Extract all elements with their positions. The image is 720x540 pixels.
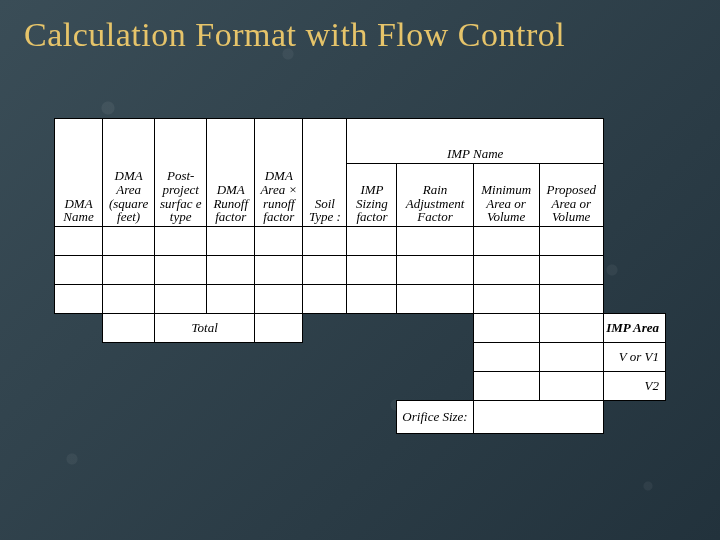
hdr-prop-area: Proposed Area or Volume xyxy=(539,164,603,227)
orifice-row: Orifice Size: xyxy=(55,401,666,434)
calculation-table-wrap: DMA Name DMA Area (square feet) Post-pro… xyxy=(54,118,666,434)
hdr-imp-sizing: IMP Sizing factor xyxy=(347,164,397,227)
slide: Calculation Format with Flow Control DMA… xyxy=(0,0,720,540)
table-row xyxy=(55,285,666,314)
calculation-table: DMA Name DMA Area (square feet) Post-pro… xyxy=(54,118,666,434)
hdr-dma-runoff: DMA Runoff factor xyxy=(207,119,255,227)
hdr-min-area: Minimum Area or Volume xyxy=(473,164,539,227)
total-row: Total IMP Area xyxy=(55,314,666,343)
table-row xyxy=(55,227,666,256)
v-row: V or V1 xyxy=(55,343,666,372)
hdr-rain-adj: Rain Adjustment Factor xyxy=(397,164,473,227)
orifice-size-label: Orifice Size: xyxy=(397,401,473,434)
hdr-dma-name: DMA Name xyxy=(55,119,103,227)
v2-row: V2 xyxy=(55,372,666,401)
table-row xyxy=(55,256,666,285)
total-label: Total xyxy=(155,314,255,343)
hdr-imp-name: IMP Name xyxy=(347,119,603,164)
slide-title: Calculation Format with Flow Control xyxy=(24,16,565,54)
hdr-dma-area-runoff: DMA Area × runoff factor xyxy=(255,119,303,227)
v-or-v1-label: V or V1 xyxy=(603,343,665,372)
v2-label: V2 xyxy=(603,372,665,401)
hdr-surf-type: Post-project surfac e type xyxy=(155,119,207,227)
imp-area-label: IMP Area xyxy=(603,314,665,343)
hdr-soil-type: Soil Type : xyxy=(303,119,347,227)
hdr-dma-area: DMA Area (square feet) xyxy=(103,119,155,227)
